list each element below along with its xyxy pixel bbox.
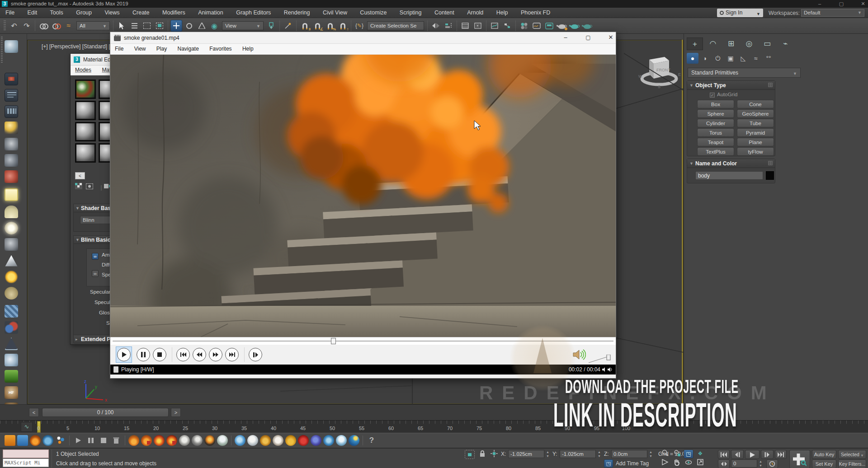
phoenix-fire-sim-icon[interactable]	[30, 435, 41, 446]
player-menu-help[interactable]: Help	[238, 44, 258, 52]
render-settings-panel-icon[interactable]	[5, 89, 18, 102]
pan-hand-icon[interactable]	[672, 459, 682, 468]
orbit-icon[interactable]	[684, 459, 693, 468]
undo-button[interactable]: ↶	[8, 20, 20, 32]
player-minimize-button[interactable]: –	[556, 32, 576, 43]
app-maximize-button[interactable]: ▢	[835, 0, 848, 7]
category-geometry[interactable]: ●	[687, 53, 698, 64]
preset-beer-icon[interactable]	[260, 435, 271, 446]
app-minimize-button[interactable]: –	[813, 0, 826, 7]
render-production-icon[interactable]	[556, 20, 568, 32]
zoom-icon[interactable]	[660, 449, 670, 459]
z-coordinate-field[interactable]	[611, 450, 647, 458]
previous-frame-arrow[interactable]: <	[29, 408, 39, 417]
absolute-mode-icon[interactable]	[489, 450, 499, 459]
gizmo-pyramid-icon[interactable]	[5, 337, 18, 350]
button-sphere[interactable]: Sphere	[697, 109, 734, 118]
video-color-check-icon[interactable]	[85, 183, 94, 192]
preset-campfire-icon[interactable]	[128, 435, 139, 446]
time-tag-cube-icon[interactable]: ◳	[604, 459, 613, 468]
pause-button[interactable]	[137, 348, 150, 361]
render-in-cloud-icon[interactable]	[581, 20, 593, 32]
button-tube[interactable]: Tube	[737, 119, 774, 127]
track-bar[interactable]: ∿ 0 5 10 15 20 25 30 35 40 45 50 55 60 6…	[0, 420, 868, 433]
camera-red-icon[interactable]	[5, 170, 18, 183]
workspace-dropdown[interactable]: Default▼	[801, 9, 864, 17]
select-and-link-icon[interactable]	[38, 20, 49, 32]
render-setup-icon[interactable]	[531, 20, 542, 32]
angle-snap-icon[interactable]: ∠	[311, 20, 323, 32]
curve-editor-icon[interactable]	[489, 20, 500, 32]
vray-teapot-render-icon[interactable]	[5, 40, 18, 53]
use-pivot-center-icon[interactable]	[265, 20, 277, 32]
preset-clouds-icon[interactable]	[217, 435, 228, 446]
button-tyflow[interactable]: tyFlow	[737, 147, 774, 156]
me-menu-modes[interactable]: Modes	[71, 66, 96, 73]
zoom-extents-all-icon[interactable]: ❖	[695, 449, 705, 459]
button-pyramid[interactable]: Pyramid	[737, 128, 774, 137]
seek-thumb[interactable]	[331, 338, 336, 344]
selected-keyset-dropdown[interactable]: Selected▼	[838, 450, 866, 459]
toolbar-grip[interactable]	[4, 20, 6, 31]
set-keys-button[interactable]	[789, 450, 810, 468]
category-cameras[interactable]: ▣	[725, 53, 736, 64]
menu-graph-editors[interactable]: Graph Editors	[231, 8, 276, 18]
skip-to-start-button[interactable]	[176, 348, 190, 361]
menu-scripting[interactable]: Scripting	[394, 8, 427, 18]
toolbar-grip[interactable]	[1, 37, 3, 64]
menu-rendering[interactable]: Rendering	[278, 8, 316, 18]
snaps-toggle-icon[interactable]: 3	[299, 20, 311, 32]
player-menu-view[interactable]: View	[130, 44, 151, 52]
physical-camera-icon[interactable]	[5, 154, 18, 167]
current-frame-field[interactable]	[731, 459, 757, 468]
menu-help[interactable]: Help	[491, 8, 514, 18]
object-type-header[interactable]: ▼Object Type	[687, 81, 775, 90]
reference-coordinate-dropdown[interactable]: View▼	[222, 21, 264, 30]
frame-spinner[interactable]: ▲▼	[758, 459, 763, 468]
tab-utilities[interactable]: ⌁	[777, 37, 793, 50]
play-button[interactable]	[117, 348, 131, 361]
category-shapes[interactable]: ◗	[699, 53, 711, 64]
primitive-category-dropdown[interactable]: Standard Primitives▼	[688, 68, 801, 78]
stop-button[interactable]	[153, 348, 166, 361]
material-slot-5[interactable]	[75, 122, 96, 141]
button-plane[interactable]: Plane	[737, 138, 774, 146]
z-spinner[interactable]: ▲▼	[648, 450, 653, 458]
light-lister-icon[interactable]	[5, 122, 18, 134]
align-icon[interactable]	[443, 20, 454, 32]
edit-named-selection-sets-icon[interactable]: {✎}	[354, 20, 365, 32]
selection-region-icon[interactable]	[465, 450, 475, 459]
unlink-selection-icon[interactable]	[50, 20, 62, 32]
spinner-snap-icon[interactable]: ↕	[337, 20, 349, 32]
sign-in-button[interactable]: Sign In▼	[717, 9, 763, 17]
tab-create[interactable]: +	[687, 37, 703, 50]
menu-group[interactable]: Group	[71, 8, 97, 18]
play-animation-button[interactable]	[745, 450, 760, 459]
preset-candle-icon[interactable]	[204, 435, 215, 446]
ground-plane-icon[interactable]	[5, 287, 18, 300]
preset-explosion-icon[interactable]	[154, 435, 165, 446]
fast-forward-button[interactable]	[209, 348, 222, 361]
scene-explorer-icon[interactable]	[472, 20, 484, 32]
time-configuration-button[interactable]	[766, 459, 778, 468]
player-titlebar[interactable]: smoke grenade01.mp4 – ▢ ✕	[110, 32, 616, 44]
dome-light-icon[interactable]	[5, 206, 18, 218]
preset-explosion-box-icon[interactable]	[166, 435, 177, 446]
render-iterative-icon[interactable]	[569, 20, 580, 32]
preset-smoke-icon[interactable]	[179, 435, 190, 446]
mirror-icon[interactable]	[430, 20, 442, 32]
plane-light-icon[interactable]	[5, 188, 18, 201]
button-teapot[interactable]: Teapot	[697, 138, 734, 146]
frame-buffer-icon[interactable]	[5, 73, 18, 85]
menu-file[interactable]: File	[0, 8, 20, 18]
material-slot-1[interactable]	[75, 80, 96, 99]
preset-water-drops-icon[interactable]	[235, 435, 245, 446]
preset-fire-box-icon[interactable]	[141, 435, 152, 446]
render-elements-icon[interactable]	[5, 105, 18, 118]
skip-to-end-button[interactable]	[225, 348, 239, 361]
slot-scroll-left-button[interactable]: <	[75, 172, 85, 179]
preset-waterfall-icon[interactable]	[336, 435, 347, 446]
go-to-start-button[interactable]	[718, 450, 730, 459]
proxy-tiles-icon[interactable]	[5, 305, 18, 318]
phoenix-liquid-sim-icon[interactable]	[42, 435, 53, 446]
